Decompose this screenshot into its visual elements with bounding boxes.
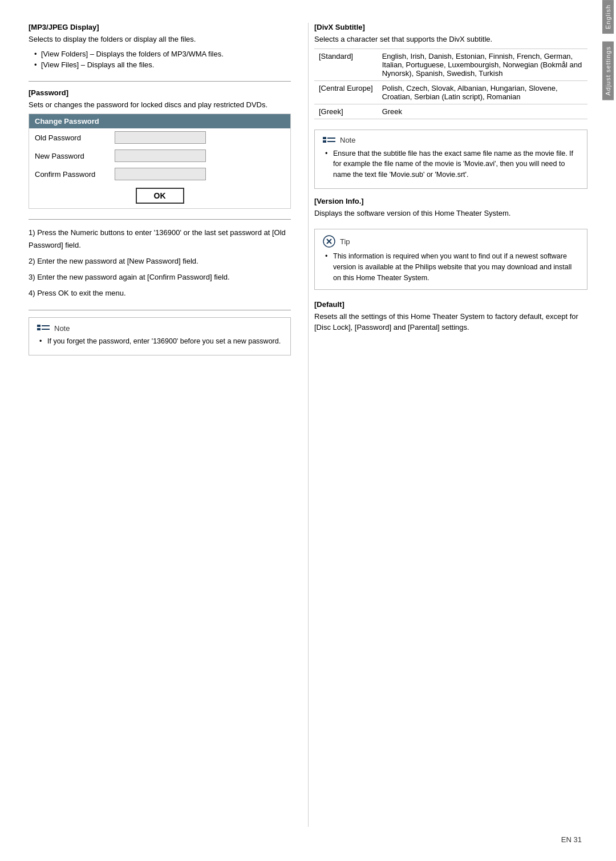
step-4: 4) Press OK to exit the menu. xyxy=(29,287,291,300)
password-desc: Sets or changes the password for locked … xyxy=(29,99,291,111)
mp3-jpeg-title: [MP3/JPEG Display] xyxy=(29,23,291,31)
tip-bullets: This information is required when you wa… xyxy=(323,251,579,283)
tip-box: Tip This information is required when yo… xyxy=(314,229,587,289)
change-password-box: Change Password Old Password New Passwor… xyxy=(29,114,291,209)
new-password-row: New Password xyxy=(29,147,290,165)
divx-standard-label: [Standard] xyxy=(314,48,378,80)
password-title: [Password] xyxy=(29,88,291,97)
step-2: 2) Enter the new password at [New Passwo… xyxy=(29,255,291,268)
svg-rect-3 xyxy=(42,329,50,330)
mp3-jpeg-desc: Selects to display the folders or displa… xyxy=(29,34,291,45)
mp3-jpeg-section: [MP3/JPEG Display] Selects to display th… xyxy=(29,23,291,71)
divx-table: [Standard] English, Irish, Danish, Eston… xyxy=(314,48,587,119)
tip-bullet-1: This information is required when you wa… xyxy=(325,251,579,283)
divx-greek-value: Greek xyxy=(378,104,587,119)
mp3-bullet-2: [View Files] – Displays all the files. xyxy=(34,59,291,71)
right-note-box: Note Ensure that the subtitle file has t… xyxy=(314,130,587,189)
new-password-label: New Password xyxy=(35,152,115,160)
step-3: 3) Enter the new password again at [Conf… xyxy=(29,271,291,284)
mp3-bullet-1: [View Folders] – Displays the folders of… xyxy=(34,48,291,60)
version-title: [Version Info.] xyxy=(314,197,587,205)
right-note-icon xyxy=(323,136,335,145)
divx-section: [DivX Subtitle] Selects a character set … xyxy=(314,23,587,119)
svg-rect-1 xyxy=(37,328,40,330)
divx-row-greek: [Greek] Greek xyxy=(314,104,587,119)
default-desc: Resets all the settings of this Home The… xyxy=(314,311,587,333)
svg-rect-5 xyxy=(323,140,326,143)
confirm-password-input[interactable] xyxy=(115,168,206,180)
version-desc: Displays the software version of this Ho… xyxy=(314,208,587,219)
divx-greek-label: [Greek] xyxy=(314,104,378,119)
svg-rect-7 xyxy=(327,141,335,142)
change-password-header: Change Password xyxy=(29,114,290,128)
left-note-header: Note xyxy=(37,324,282,333)
mp3-bullets: [View Folders] – Displays the folders of… xyxy=(29,48,291,71)
page-footer: EN 31 xyxy=(561,835,582,844)
divx-standard-value: English, Irish, Danish, Estonian, Finnis… xyxy=(378,48,587,80)
english-tab: English xyxy=(602,0,614,34)
left-note-label: Note xyxy=(54,324,70,333)
steps-text: 1) Press the Numeric buttons to enter '1… xyxy=(29,227,291,300)
page: [MP3/JPEG Display] Selects to display th… xyxy=(0,0,616,861)
step-1: 1) Press the Numeric buttons to enter '1… xyxy=(29,227,291,252)
default-section: [Default] Resets all the settings of thi… xyxy=(314,300,587,333)
divider-2 xyxy=(29,219,291,220)
old-password-label: Old Password xyxy=(35,134,115,142)
tip-header: Tip xyxy=(323,235,579,248)
svg-rect-2 xyxy=(42,325,50,326)
divx-central-value: Polish, Czech, Slovak, Albanian, Hungari… xyxy=(378,80,587,104)
adjust-tab: Adjust settings xyxy=(602,42,614,100)
old-password-input[interactable] xyxy=(115,131,206,144)
version-section: [Version Info.] Displays the software ve… xyxy=(314,197,587,219)
divx-desc: Selects a character set that supports th… xyxy=(314,34,587,45)
right-note-header: Note xyxy=(323,136,579,145)
right-column: [DivX Subtitle] Selects a character set … xyxy=(308,23,587,827)
svg-rect-0 xyxy=(37,325,40,327)
ok-row: OK xyxy=(29,183,290,208)
divider-3 xyxy=(29,310,291,310)
password-section: [Password] Sets or changes the password … xyxy=(29,88,291,209)
ok-button[interactable]: OK xyxy=(136,188,184,204)
left-column: [MP3/JPEG Display] Selects to display th… xyxy=(29,23,308,827)
confirm-password-label: Confirm Password xyxy=(35,170,115,179)
svg-rect-4 xyxy=(323,137,326,139)
tip-icon xyxy=(323,235,335,248)
divx-row-central: [Central Europe] Polish, Czech, Slovak, … xyxy=(314,80,587,104)
confirm-password-row: Confirm Password xyxy=(29,165,290,183)
right-note-label: Note xyxy=(340,136,355,144)
right-note-bullet-1: Ensure that the subtitle file has the ex… xyxy=(325,148,579,180)
default-title: [Default] xyxy=(314,300,587,309)
steps-section: 1) Press the Numeric buttons to enter '1… xyxy=(29,227,291,300)
left-note-box: Note If you forget the password, enter '… xyxy=(29,317,291,355)
divx-title: [DivX Subtitle] xyxy=(314,23,587,31)
old-password-row: Old Password xyxy=(29,128,290,147)
divx-central-label: [Central Europe] xyxy=(314,80,378,104)
divx-row-standard: [Standard] English, Irish, Danish, Eston… xyxy=(314,48,587,80)
tip-label: Tip xyxy=(340,237,350,246)
left-note-bullet-1: If you forget the password, enter '13690… xyxy=(39,336,282,347)
svg-rect-6 xyxy=(327,138,335,139)
divider-1 xyxy=(29,81,291,82)
right-note-bullets: Ensure that the subtitle file has the ex… xyxy=(323,148,579,180)
new-password-input[interactable] xyxy=(115,149,206,162)
left-note-bullets: If you forget the password, enter '13690… xyxy=(37,336,282,347)
side-tabs: English Adjust settings xyxy=(600,0,616,861)
note-icon xyxy=(37,324,50,333)
